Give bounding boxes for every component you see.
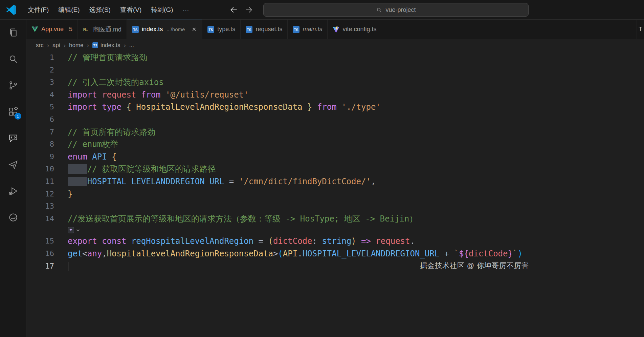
- line-number: 11: [26, 175, 68, 188]
- ts-file-icon: TS: [293, 26, 299, 33]
- line-content: import type { HospitalLevelAndRegionResp…: [68, 101, 381, 113]
- line-number: 8: [26, 138, 68, 151]
- tab-requset-ts[interactable]: TSrequset.ts: [241, 20, 288, 39]
- line-number: 2: [26, 64, 68, 77]
- menu-more[interactable]: ···: [178, 3, 194, 16]
- activity-bar: 1: [0, 20, 26, 337]
- breadcrumb-item-src[interactable]: src: [36, 42, 44, 49]
- tab-index-ts[interactable]: TSindex.ts...\home: [127, 20, 202, 39]
- line-content: // 获取医院等级和地区的请求路径: [68, 163, 216, 175]
- tab-vite-config[interactable]: vite.config.ts: [328, 20, 382, 39]
- close-icon[interactable]: [191, 26, 197, 32]
- widget-body: [68, 227, 81, 233]
- menu-view[interactable]: 查看(V): [115, 3, 146, 16]
- menu-file[interactable]: 文件(F): [23, 3, 53, 16]
- tab-main-ts[interactable]: TSmain.ts: [288, 20, 328, 39]
- code-line-5[interactable]: 5import type { HospitalLevelAndRegionRes…: [26, 101, 644, 113]
- breadcrumb-item-api[interactable]: api: [52, 42, 60, 49]
- tab-label: index.ts: [142, 26, 163, 33]
- code-line-16[interactable]: 16get<any,HospitalLevelAndRegionResponse…: [26, 248, 644, 260]
- code-line-14[interactable]: 14//发送获取首页展示的等级和地区的请求方法（参数：等级 -> HosType…: [26, 213, 644, 225]
- editor-area: App.vue5M↓商医通.mdTSindex.ts...\homeTStype…: [26, 20, 644, 337]
- code-line-3[interactable]: 3// 引入二次封装的axios: [26, 76, 644, 89]
- vite-file-icon: [333, 26, 339, 33]
- code-line-9[interactable]: 9enum API {: [26, 151, 644, 163]
- line-number: 3: [26, 76, 68, 89]
- code-lines: 1// 管理首页请求路劲23// 引入二次封装的axios4import req…: [26, 51, 644, 272]
- go-back-button[interactable]: [229, 5, 238, 14]
- breadcrumb: src›api›home›TSindex.ts›...: [26, 39, 644, 51]
- code-line-6[interactable]: 6: [26, 113, 644, 126]
- line-content: // 首页所有的请求路劲: [68, 126, 155, 139]
- line-content: [68, 260, 68, 273]
- code-action-button[interactable]: [68, 227, 81, 233]
- line-number: 16: [26, 248, 68, 260]
- inline-widget-row: [26, 225, 644, 235]
- activity-chat[interactable]: [8, 133, 19, 144]
- line-number: 13: [26, 200, 68, 213]
- line-number: 4: [26, 89, 68, 101]
- nav-arrows: [229, 0, 253, 20]
- line-content: // 引入二次封装的axios: [68, 76, 164, 89]
- text-cursor: [68, 262, 68, 271]
- chevron-right-icon: ›: [124, 42, 126, 49]
- svg-text:TS: TS: [93, 44, 97, 47]
- line-number: 15: [26, 235, 68, 248]
- code-line-15[interactable]: 15export const reqHospitalLevelAndRegion…: [26, 235, 644, 248]
- tab-app-vue[interactable]: App.vue5: [26, 20, 78, 39]
- menu-selection[interactable]: 选择(S): [85, 3, 115, 16]
- menu-bar: 文件(F)编辑(E)选择(S)查看(V)转到(G)···: [23, 0, 194, 19]
- breadcrumb-label: ...: [129, 42, 134, 49]
- breadcrumb-item-more[interactable]: ...: [129, 42, 134, 49]
- menu-go[interactable]: 转到(G): [146, 3, 178, 16]
- code-line-13[interactable]: 13: [26, 200, 644, 213]
- activity-extensions[interactable]: 1: [8, 106, 19, 117]
- extension-a-icon: [8, 160, 18, 170]
- code-line-12[interactable]: 12}: [26, 188, 644, 201]
- menu-edit[interactable]: 编辑(E): [53, 3, 84, 16]
- extension-b-icon: [8, 212, 18, 223]
- chevron-right-icon: ›: [64, 42, 66, 49]
- ts-file-icon: TS: [132, 26, 139, 33]
- activity-search[interactable]: [8, 54, 19, 64]
- tab-description: ...\home: [166, 26, 185, 32]
- chevron-down-icon: [75, 228, 81, 233]
- activity-source-control[interactable]: [8, 80, 19, 91]
- tab-type-ts[interactable]: TStype.ts: [202, 20, 241, 39]
- breadcrumb-item-home[interactable]: home: [69, 42, 84, 49]
- code-line-17[interactable]: 17: [26, 260, 644, 273]
- code-line-1[interactable]: 1// 管理首页请求路劲: [26, 51, 644, 64]
- code-line-10[interactable]: 10 // 获取医院等级和地区的请求路径: [26, 163, 644, 175]
- code-line-8[interactable]: 8// enum枚举: [26, 138, 644, 151]
- chat-icon: [8, 133, 18, 143]
- code-editor[interactable]: 1// 管理首页请求路劲23// 引入二次封装的axios4import req…: [26, 51, 644, 337]
- code-line-4[interactable]: 4import request from '@/utils/requset': [26, 89, 644, 101]
- vscode-logo-icon: [5, 4, 17, 16]
- source-control-icon: [8, 80, 18, 90]
- go-forward-button[interactable]: [244, 5, 253, 14]
- vscode-logo: [5, 4, 17, 16]
- command-center-search[interactable]: vue-project: [263, 3, 529, 17]
- main-layout: 1 App.vue5M↓商医通.mdTSindex.ts...\homeTSty…: [0, 20, 644, 337]
- tab-shangyitong[interactable]: M↓商医通.md: [78, 20, 127, 39]
- tab-clipped[interactable]: T: [637, 20, 644, 39]
- activity-extension-b[interactable]: [8, 212, 19, 223]
- activity-explorer[interactable]: [8, 27, 19, 38]
- activity-extension-a[interactable]: [8, 159, 19, 170]
- breadcrumb-label: src: [36, 42, 44, 49]
- tab-label: vite.config.ts: [342, 26, 376, 33]
- tab-label: type.ts: [217, 26, 235, 33]
- line-content: import request from '@/utils/requset': [68, 89, 249, 101]
- ts-file-icon: TS: [207, 26, 214, 33]
- line-number: 10: [26, 163, 68, 175]
- tab-label: requset.ts: [256, 26, 282, 33]
- line-content: get<any,HospitalLevelAndRegionResponseDa…: [68, 248, 523, 260]
- breadcrumb-label: api: [52, 42, 60, 49]
- arrow-left-icon: [229, 5, 238, 14]
- breadcrumb-item-index-ts[interactable]: TSindex.ts: [92, 42, 120, 49]
- activity-run-debug[interactable]: [8, 186, 19, 196]
- title-bar: 文件(F)编辑(E)选择(S)查看(V)转到(G)··· vue-project: [0, 0, 644, 20]
- code-line-11[interactable]: 11 HOSPITAL_LEVELANDDREGION_URL = '/cmn/…: [26, 175, 644, 188]
- code-line-2[interactable]: 2: [26, 64, 644, 77]
- code-line-7[interactable]: 7// 首页所有的请求路劲: [26, 126, 644, 139]
